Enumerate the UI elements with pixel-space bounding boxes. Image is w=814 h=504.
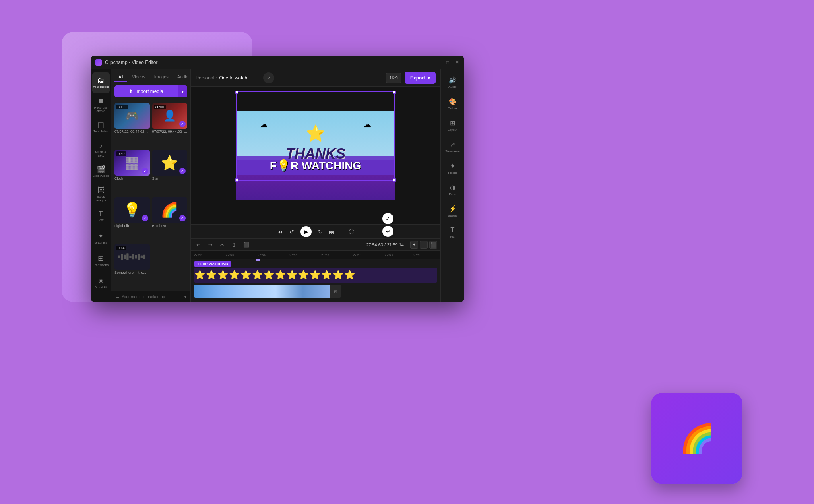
sidebar-item-stock-video[interactable]: 🎬 Stock video xyxy=(92,161,110,182)
sidebar-item-templates[interactable]: ◫ Templates xyxy=(92,117,110,138)
audio-panel-icon: 🔊 xyxy=(449,76,457,84)
panel-transform[interactable]: ↗ Transform xyxy=(443,137,463,157)
star-11: ⭐ xyxy=(309,270,321,280)
panel-layout[interactable]: ⊞ Layout xyxy=(443,115,463,135)
media-item-cloth[interactable]: ▓▓▓▓▓▓ 0:30 ✓ Cloth xyxy=(114,150,150,194)
tab-images[interactable]: Images xyxy=(150,72,172,82)
close-button[interactable]: ✕ xyxy=(455,60,459,65)
sidebar-item-text[interactable]: T Text xyxy=(92,206,110,227)
timeline-redo-button[interactable]: ↪ xyxy=(206,240,215,249)
handle-top-right[interactable] xyxy=(393,91,396,94)
tab-videos[interactable]: Videos xyxy=(128,72,149,82)
cut-button[interactable]: ✂ xyxy=(218,240,227,249)
import-media-button[interactable]: ⬆ Import media xyxy=(114,85,178,97)
timeline-toolbar: ↩ ↪ ✂ 🗑 ⬛ 27:54.63 / 27:59.14 + — ⬛ xyxy=(191,239,440,251)
panel-speed[interactable]: ⚡ Speed xyxy=(443,201,463,221)
your-media-icon: 🗂 xyxy=(97,77,105,84)
timeline-undo-button[interactable]: ↩ xyxy=(194,240,203,249)
rewind-button[interactable]: ↺ xyxy=(289,229,294,235)
sidebar-label-transitions: Transitions xyxy=(93,263,109,267)
sidebar-item-graphics[interactable]: ✦ Graphics xyxy=(92,228,110,249)
breadcrumb-parent: Personal xyxy=(196,75,214,81)
rainbow-emoji: 🌈 xyxy=(680,422,714,455)
media-item-lightbulb[interactable]: 💡 ✓ Lightbulb xyxy=(114,197,150,242)
layout-panel-icon: ⊞ xyxy=(450,119,455,127)
label-rainbow: Rainbow xyxy=(152,224,188,228)
main-header: Personal › One to watch ⋯ ↗ 16:9 Export … xyxy=(191,69,440,87)
sidebar-label-your-media: Your media xyxy=(93,85,109,89)
skip-to-start-button[interactable]: ⏮ xyxy=(277,229,283,235)
panel-text[interactable]: T Text xyxy=(443,223,463,242)
minimize-button[interactable]: — xyxy=(436,60,440,65)
panel-colour[interactable]: 🎨 Colour xyxy=(443,94,463,114)
backup-status: ☁ Your media is backed up ▾ xyxy=(111,291,190,302)
timeline-ruler: 27:52 27:53 27:54 27:55 27:56 27:57 27:5… xyxy=(191,251,440,259)
track-end-handle[interactable]: ⊡ xyxy=(330,285,341,298)
svg-rect-3 xyxy=(126,253,128,260)
tab-all[interactable]: All xyxy=(114,72,127,82)
star-3: ⭐ xyxy=(217,270,229,280)
text-track-badge: T FOR WATCHING xyxy=(194,261,231,267)
sidebar-item-brand-kit[interactable]: ◈ Brand kit xyxy=(92,273,110,293)
media-item-star[interactable]: ⭐ ✓ Star xyxy=(152,150,188,194)
import-dropdown-button[interactable]: ▾ xyxy=(178,85,187,97)
sidebar-label-stock-images: Stock images xyxy=(92,195,110,202)
handle-top-left[interactable] xyxy=(235,91,238,94)
star-13: ⭐ xyxy=(332,270,344,280)
title-bar: Clipchamp - Video Editor — □ ✕ xyxy=(91,56,464,69)
sidebar-item-your-media[interactable]: 🗂 Your media xyxy=(92,72,110,93)
playhead[interactable] xyxy=(258,259,258,302)
panel-filters[interactable]: ✦ Filters xyxy=(443,158,463,178)
media-item-2[interactable]: 👤 30:00 ✓ 07/07/22, 09:44:02 -... xyxy=(152,103,188,147)
playhead-handle[interactable] xyxy=(256,259,260,261)
media-item-1[interactable]: 🎮 30:00 07/07/22, 09:44:02 -... xyxy=(114,103,150,147)
panel-fade[interactable]: ◑ Fade xyxy=(443,180,463,200)
backup-chevron[interactable]: ▾ xyxy=(184,295,186,299)
backup-icon: ☁ xyxy=(115,295,119,299)
export-button[interactable]: Export ▾ xyxy=(405,72,436,84)
panel-audio[interactable]: 🔊 Audio xyxy=(443,72,463,92)
right-panel: 🔊 Audio 🎨 Colour ⊞ Layout ↗ Transform ✦ … xyxy=(440,69,464,302)
video-track[interactable]: ⊡ xyxy=(194,285,341,298)
star-12: ⭐ xyxy=(321,270,332,280)
star-14: ⭐ xyxy=(344,270,355,280)
media-item-rainbow[interactable]: 🌈 ✓ Rainbow xyxy=(152,197,188,242)
sidebar-item-record-create[interactable]: ⏺ Record & create xyxy=(92,95,110,115)
brand-kit-icon: ◈ xyxy=(98,277,104,284)
svg-rect-9 xyxy=(143,255,145,259)
more-options-button[interactable]: ⋯ xyxy=(250,73,260,83)
zoom-out-button[interactable]: — xyxy=(420,241,428,249)
text-panel-label: Text xyxy=(450,235,455,238)
segment-1 xyxy=(194,285,221,298)
fit-button[interactable]: ⬛ xyxy=(429,241,437,249)
current-time: 27:54.63 xyxy=(366,242,383,247)
zoom-in-button[interactable]: + xyxy=(410,241,418,249)
breadcrumb-current: One to watch xyxy=(219,75,247,81)
graphics-icon: ✦ xyxy=(98,233,104,240)
svg-rect-0 xyxy=(118,256,120,258)
media-item-somewhere[interactable]: 0:14 Somewhere in the... xyxy=(114,244,150,289)
star-sticker-track[interactable]: ⭐ ⭐ ⭐ ⭐ ⭐ ⭐ ⭐ ⭐ ⭐ ⭐ ⭐ ⭐ ⭐ ⭐ xyxy=(194,268,437,283)
backup-text: Your media is backed up xyxy=(122,295,165,299)
duration-1: 30:00 xyxy=(116,105,128,109)
aspect-ratio-button[interactable]: 16:9 xyxy=(386,73,401,83)
tab-audio[interactable]: Audio xyxy=(173,72,192,82)
sidebar-item-stock-images[interactable]: 🖼 Stock images xyxy=(92,184,110,204)
media-tabs: All Videos Images Audio xyxy=(111,69,190,82)
label-2: 07/07/22, 09:44:02 -... xyxy=(152,130,188,134)
star-2: ⭐ xyxy=(205,270,217,280)
label-star: Star xyxy=(152,176,188,180)
delete-button[interactable]: 🗑 xyxy=(230,240,238,249)
canvas-undo-button[interactable]: ↩ xyxy=(382,226,393,237)
sidebar-item-transitions[interactable]: ⊞ Transitions xyxy=(92,250,110,271)
share-button[interactable]: ↗ xyxy=(263,72,274,83)
fullscreen-button[interactable]: ⛶ xyxy=(349,229,354,235)
canvas-confirm-button[interactable]: ✓ xyxy=(382,213,393,224)
sidebar-item-music[interactable]: ♪ Music & SFX xyxy=(92,139,110,160)
maximize-button[interactable]: □ xyxy=(445,60,450,65)
export-chevron-icon: ▾ xyxy=(428,75,430,81)
fast-forward-button[interactable]: ↻ xyxy=(318,229,323,235)
copy-button[interactable]: ⬛ xyxy=(242,240,250,249)
skip-to-end-button[interactable]: ⏭ xyxy=(329,229,335,235)
play-button[interactable]: ▶ xyxy=(300,226,312,237)
